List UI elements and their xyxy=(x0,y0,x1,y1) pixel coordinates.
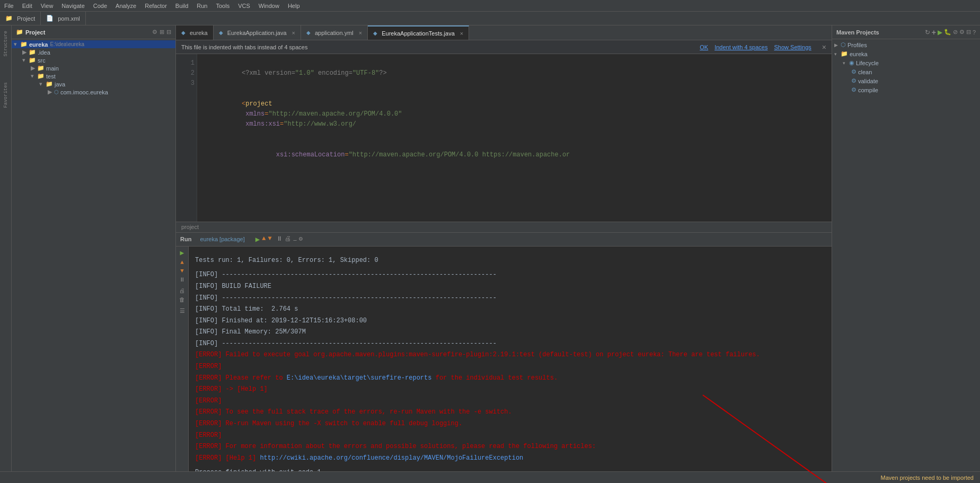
run-stop-btn[interactable]: ⏸ xyxy=(276,235,282,244)
tree-java[interactable]: ▾ 📁 java xyxy=(12,80,175,88)
menu-item-navigate[interactable]: Navigate xyxy=(61,3,84,9)
tab-pom[interactable]: 📄 pom.xml xyxy=(41,12,86,25)
run-print-btn[interactable]: 🖨 xyxy=(285,235,291,244)
maven-profiles-icon: ⬡ xyxy=(841,41,846,48)
run-arrow-up-btn[interactable]: ▲ xyxy=(262,235,266,244)
menu-item-view[interactable]: View xyxy=(41,3,54,9)
menu-item-analyze[interactable]: Analyze xyxy=(116,3,136,9)
menu-bar: const d = JSON.parse(document.getElement… xyxy=(0,0,980,12)
run-left-down[interactable]: ▼ xyxy=(180,268,184,274)
maven-profiles[interactable]: ▶ ⬡ Profiles xyxy=(832,40,980,49)
maven-help-btn[interactable]: ? xyxy=(973,29,976,36)
project-panel: 📁 Project ⚙ ⊞ ⊟ ▾ 📁 eureka E:\idea\eurek… xyxy=(12,25,176,483)
run-arrow-down-btn[interactable]: ▼ xyxy=(268,235,271,244)
maven-validate-icon: ⚙ xyxy=(851,77,857,84)
menu-item-file[interactable]: File xyxy=(4,3,14,9)
maven-run-btn[interactable]: ▶ xyxy=(938,29,942,36)
sidebar-icon-1[interactable]: Structure xyxy=(3,29,8,59)
menu-item-refactor[interactable]: Refactor xyxy=(145,3,167,9)
notification-ok[interactable]: OK xyxy=(700,44,708,50)
code-editor: 1 2 3 <?xml version="1.0" encoding="UTF-… xyxy=(176,54,832,222)
run-left-trash[interactable]: 🗑 xyxy=(179,296,185,303)
status-notification[interactable]: Maven projects need to be imported xyxy=(881,475,974,481)
tab-pom-label: pom.xml xyxy=(58,15,80,22)
menu-item-edit[interactable]: Edit xyxy=(22,3,32,9)
run-left-print[interactable]: 🖨 xyxy=(179,287,185,294)
maven-debug-btn[interactable]: 🐛 xyxy=(944,29,951,36)
maven-eureka[interactable]: ▾ 📁 eureka xyxy=(832,49,980,58)
run-left-play[interactable]: ▶ xyxy=(180,249,184,257)
tree-test[interactable]: ▾ 📁 test xyxy=(12,72,175,80)
tree-idea[interactable]: ▶ 📁 .idea xyxy=(12,48,175,56)
tab-eurekaapp[interactable]: ◆ EurekaApplication.java × xyxy=(214,25,301,40)
menu-item-help[interactable]: Help xyxy=(288,3,300,9)
menu-item-code[interactable]: Code xyxy=(93,3,107,9)
console-info-sep2: [INFO] ---------------------------------… xyxy=(195,293,825,304)
maven-validate[interactable]: ⚙ validate xyxy=(832,76,980,85)
mojo-exception-link[interactable]: http://cwiki.apache.org/confluence/displ… xyxy=(260,454,523,462)
maven-clean-label: clean xyxy=(858,69,872,75)
code-content[interactable]: <?xml version="1.0" encoding="UTF-8"?> <… xyxy=(197,54,832,222)
eurekatests-close-icon[interactable]: × xyxy=(460,30,463,37)
tree-arrow-src: ▾ xyxy=(22,57,29,64)
maven-header: Maven Projects ↻ + ▶ 🐛 ⊘ ⚙ ⊟ ? xyxy=(832,25,980,39)
folder-icon: 📁 xyxy=(5,15,13,22)
sidebar-icon-2[interactable]: Favorites xyxy=(3,80,8,110)
console-final-memory: [INFO] Final Memory: 25M/307M xyxy=(195,327,825,338)
tree-main[interactable]: ▶ 📁 main xyxy=(12,64,175,72)
maven-add-btn[interactable]: + xyxy=(932,28,936,37)
tree-package[interactable]: ▶ ⬡ com.imooc.eureka xyxy=(12,88,175,96)
menu-item-window[interactable]: Window xyxy=(259,3,279,9)
maven-skip-tests-btn[interactable]: ⊘ xyxy=(953,29,958,36)
menu-item-tools[interactable]: Tools xyxy=(216,3,229,9)
run-clear-btn[interactable]: ⚊ xyxy=(293,235,297,244)
notification-indent[interactable]: Indent with 4 spaces xyxy=(714,44,767,50)
console-total-time: [INFO] Total time: 2.764 s xyxy=(195,304,825,315)
line-numbers: 1 2 3 xyxy=(176,54,197,222)
folder-root-icon: 📁 xyxy=(20,41,28,48)
tree-root[interactable]: ▾ 📁 eureka E:\idea\eureka xyxy=(12,40,175,48)
notification-close-icon[interactable]: × xyxy=(822,43,826,51)
editor-tab-bar: ◆ eureka ◆ EurekaApplication.java × ◆ ap… xyxy=(176,25,832,40)
tab-appyml[interactable]: ◆ application.yml × xyxy=(301,25,368,40)
run-left-list[interactable]: ☰ xyxy=(180,308,185,314)
menu-item-vcs[interactable]: VCS xyxy=(238,3,250,9)
tab-eureka-label: eureka xyxy=(190,30,208,36)
run-settings-btn[interactable]: ⚙ xyxy=(299,235,303,244)
maven-compile[interactable]: ⚙ compile xyxy=(832,85,980,94)
tree-arrow-package: ▶ xyxy=(48,89,54,95)
folder-java-icon: 📁 xyxy=(46,81,53,87)
run-play-btn[interactable]: ▶ xyxy=(255,235,260,244)
menu-item-run[interactable]: Run xyxy=(197,3,207,9)
eurekaapp-close-icon[interactable]: × xyxy=(292,30,295,36)
maven-lifecycle[interactable]: ▾ ◉ Lifecycle xyxy=(832,58,980,67)
run-left-pause[interactable]: ⏸ xyxy=(179,276,185,283)
maven-clean[interactable]: ⚙ clean xyxy=(832,67,980,76)
collapse-icon[interactable]: ⊟ xyxy=(166,29,171,36)
console-error-4: [ERROR] xyxy=(195,430,825,442)
tree-arrow-java: ▾ xyxy=(39,81,46,87)
notification-settings[interactable]: Show Settings xyxy=(774,44,811,50)
expand-icon[interactable]: ⊞ xyxy=(160,29,164,36)
maven-settings-btn[interactable]: ⚙ xyxy=(959,29,965,36)
menu-item-build[interactable]: Build xyxy=(175,3,188,9)
tree-idea-label: .idea xyxy=(38,49,50,56)
tree-package-label: com.imooc.eureka xyxy=(60,89,108,95)
tab-eurekatests[interactable]: ◆ EurekaApplicationTests.java × xyxy=(368,25,469,40)
notification-links: OK Indent with 4 spaces Show Settings × xyxy=(700,43,826,51)
run-left-toolbar: ▶ ▲ ▼ ⏸ 🖨 🗑 ☰ xyxy=(176,247,189,483)
maven-collapse-btn[interactable]: ⊟ xyxy=(966,29,971,36)
tab-project[interactable]: 📁 Project xyxy=(0,12,41,25)
maven-validate-label: validate xyxy=(858,78,878,84)
tree-arrow-test: ▾ xyxy=(31,73,37,80)
editor-area: ◆ eureka ◆ EurekaApplication.java × ◆ ap… xyxy=(176,25,832,483)
appyml-close-icon[interactable]: × xyxy=(359,30,362,36)
maven-refresh-btn[interactable]: ↻ xyxy=(925,29,930,36)
tab-eureka[interactable]: ◆ eureka xyxy=(176,25,214,40)
settings-icon[interactable]: ⚙ xyxy=(152,29,157,36)
surefire-reports-link[interactable]: E:\idea\eureka\target\surefire-reports xyxy=(287,374,432,382)
run-left-up[interactable]: ▲ xyxy=(180,259,184,266)
tree-src[interactable]: ▾ 📁 src xyxy=(12,56,175,64)
console-error-link1: [ERROR] Please refer to E:\idea\eureka\t… xyxy=(195,373,825,384)
run-console[interactable]: Tests run: 1, Failures: 0, Errors: 1, Sk… xyxy=(189,247,832,483)
